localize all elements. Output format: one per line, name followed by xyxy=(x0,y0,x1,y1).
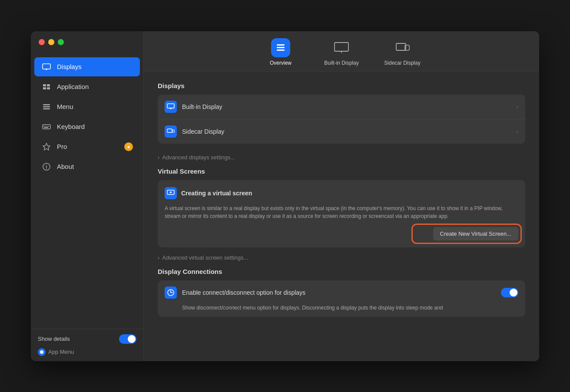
tab-overview[interactable]: Overview xyxy=(259,38,302,71)
virtual-screens-section-title: Virtual Screens xyxy=(158,168,525,175)
advanced-virtual-chevron: › xyxy=(158,254,159,261)
sidebar-item-displays[interactable]: Displays xyxy=(34,57,140,76)
svg-rect-0 xyxy=(43,64,50,69)
svg-rect-13 xyxy=(46,126,47,127)
tab-sidecar-label: Sidecar Display xyxy=(384,60,420,66)
svg-point-18 xyxy=(40,350,43,354)
toggle-knob xyxy=(128,335,136,343)
displays-section-title: Displays xyxy=(158,82,525,89)
sidebar-item-about[interactable]: About xyxy=(34,157,140,176)
sidecar-display-row[interactable]: Sidecar Display › xyxy=(158,119,525,144)
advanced-displays-link[interactable]: › Advanced displays settings... xyxy=(158,151,525,164)
sidebar-keyboard-label: Keyboard xyxy=(57,123,85,130)
menu-icon xyxy=(41,102,52,112)
svg-rect-8 xyxy=(43,106,50,107)
displays-icon xyxy=(41,62,52,72)
display-connections-toggle-label: Enable connect/disconnect option for dis… xyxy=(182,289,496,296)
traffic-lights xyxy=(39,39,64,45)
close-button[interactable] xyxy=(39,39,45,45)
content-body[interactable]: Displays Built-in Display › xyxy=(144,72,539,361)
advanced-virtual-label: Advanced virtual screen settings... xyxy=(162,254,248,261)
svg-rect-6 xyxy=(47,87,50,89)
svg-rect-4 xyxy=(47,84,50,86)
svg-rect-5 xyxy=(43,87,46,89)
tab-sidecar[interactable]: Sidecar Display xyxy=(381,38,424,71)
sidebar-displays-label: Displays xyxy=(57,63,82,70)
app-menu-row[interactable]: App Menu xyxy=(38,348,136,356)
sidebar-pro-label: Pro xyxy=(57,143,67,150)
display-connections-card: Enable connect/disconnect option for dis… xyxy=(158,280,525,317)
svg-rect-27 xyxy=(167,104,174,108)
svg-rect-30 xyxy=(167,129,172,132)
sidebar: Displays Application xyxy=(31,31,144,361)
app-menu-icon xyxy=(38,348,46,356)
svg-rect-15 xyxy=(44,127,48,128)
tabs-header: Overview Built-in Display xyxy=(144,31,539,71)
builtin-chevron: › xyxy=(516,103,518,110)
svg-rect-7 xyxy=(43,104,50,105)
svg-rect-20 xyxy=(277,47,285,48)
display-connections-toggle-row: Enable connect/disconnect option for dis… xyxy=(158,280,525,305)
show-details-toggle[interactable] xyxy=(119,334,136,344)
sidebar-menu-label: Menu xyxy=(57,103,73,110)
app-menu-label: App Menu xyxy=(48,349,74,355)
sidebar-item-pro[interactable]: Pro ● xyxy=(34,137,140,156)
builtin-tab-icon xyxy=(332,38,351,57)
show-details-row: Show details xyxy=(38,334,136,344)
display-connections-section-title: Display Connections xyxy=(158,268,525,275)
svg-rect-21 xyxy=(277,49,285,51)
vs-button-row: Create New Virtual Screen... xyxy=(165,227,518,240)
about-icon xyxy=(41,161,52,172)
advanced-virtual-link[interactable]: › Advanced virtual screen settings... xyxy=(158,251,525,264)
sidecar-chevron: › xyxy=(516,128,518,135)
minimize-button[interactable] xyxy=(48,39,54,45)
pro-icon xyxy=(41,142,52,152)
button-container: Create New Virtual Screen... xyxy=(433,227,519,240)
svg-rect-9 xyxy=(43,108,50,109)
sidebar-nav: Displays Application xyxy=(31,53,143,329)
display-connections-toggle-knob xyxy=(510,289,517,296)
sidecar-tab-icon xyxy=(393,38,412,57)
builtin-display-label: Built-in Display xyxy=(182,103,511,110)
virtual-screen-header: Creating a virtual screen xyxy=(165,187,518,199)
advanced-displays-chevron: › xyxy=(158,154,159,161)
svg-rect-19 xyxy=(277,44,285,46)
app-window: Displays Application xyxy=(31,31,539,361)
pro-badge: ● xyxy=(124,142,133,151)
sidebar-bottom: Show details App Menu xyxy=(31,329,143,361)
sidebar-item-menu[interactable]: Menu xyxy=(34,97,140,116)
display-connections-icon xyxy=(165,287,177,299)
tab-overview-label: Overview xyxy=(270,60,292,66)
sidecar-display-label: Sidecar Display xyxy=(182,128,511,135)
main-content: Overview Built-in Display xyxy=(144,31,539,361)
display-connections-toggle[interactable] xyxy=(501,288,518,297)
advanced-displays-label: Advanced displays settings... xyxy=(162,154,235,161)
displays-card: Built-in Display › Sidecar Display › xyxy=(158,95,525,144)
virtual-screen-title: Creating a virtual screen xyxy=(181,190,252,197)
sidebar-application-label: Application xyxy=(57,83,89,90)
builtin-display-row-icon xyxy=(165,101,177,113)
sidebar-item-application[interactable]: Application xyxy=(34,77,140,96)
keyboard-icon xyxy=(41,122,52,132)
show-details-label: Show details xyxy=(38,336,70,342)
sidebar-about-label: About xyxy=(57,163,74,170)
svg-rect-25 xyxy=(396,43,406,50)
display-connections-description: Show disconnect/connect menu option for … xyxy=(158,305,525,317)
sidecar-display-row-icon xyxy=(165,125,177,138)
svg-rect-14 xyxy=(48,126,49,127)
virtual-screen-description: A virtual screen is similar to a real di… xyxy=(165,204,518,220)
application-icon xyxy=(41,82,52,92)
app-container: Displays Application xyxy=(31,31,539,361)
svg-rect-3 xyxy=(43,84,46,86)
sidebar-item-keyboard[interactable]: Keyboard xyxy=(34,117,140,136)
tab-builtin[interactable]: Built-in Display xyxy=(320,38,363,71)
builtin-display-row[interactable]: Built-in Display › xyxy=(158,95,525,119)
tab-builtin-label: Built-in Display xyxy=(324,60,358,66)
virtual-screen-icon xyxy=(165,187,177,199)
create-virtual-screen-button[interactable]: Create New Virtual Screen... xyxy=(433,227,519,240)
maximize-button[interactable] xyxy=(58,39,64,45)
overview-tab-icon xyxy=(271,38,290,57)
virtual-screens-card: Creating a virtual screen A virtual scre… xyxy=(158,180,525,247)
svg-rect-22 xyxy=(335,43,348,51)
svg-rect-12 xyxy=(45,126,46,127)
